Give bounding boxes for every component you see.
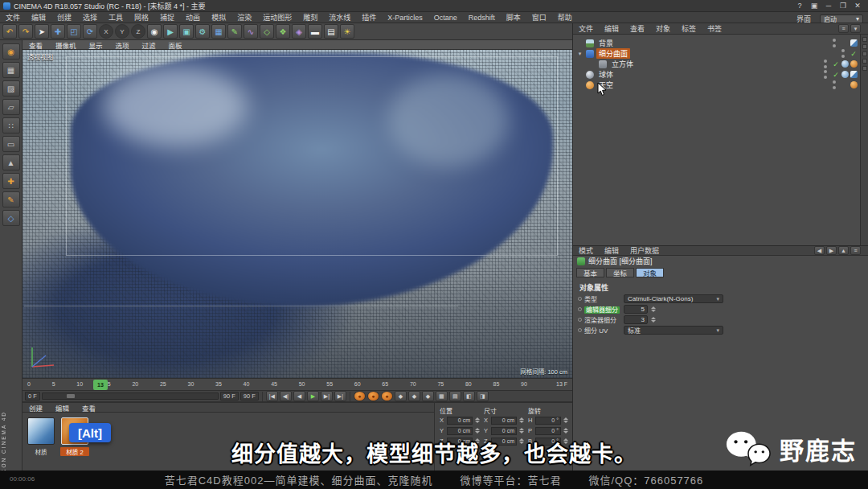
spline-button[interactable]: ∿ xyxy=(244,24,258,39)
keyframe-rotation-button[interactable]: ◆ xyxy=(422,391,434,401)
anim-dot-icon[interactable] xyxy=(578,297,582,301)
max-frame-field[interactable]: 90 F xyxy=(240,392,259,401)
attribute-dropdown[interactable]: Catmull-Clark(N-Gons)▾ xyxy=(624,294,723,303)
material-menu-item[interactable]: 查看 xyxy=(76,403,102,413)
mograph-button[interactable]: ❖ xyxy=(276,24,290,39)
slider-handle[interactable] xyxy=(67,394,75,398)
light-button[interactable]: ☀ xyxy=(340,24,354,39)
render-view-button[interactable]: ▶ xyxy=(163,24,178,39)
cube-object-button[interactable]: ▦ xyxy=(211,24,226,39)
viewport-menu-item[interactable]: 面板 xyxy=(162,40,189,50)
model-mode-icon[interactable]: ▦ xyxy=(2,62,20,78)
timeline-views-button[interactable]: ◨ xyxy=(477,391,489,401)
attribute-menu-item[interactable]: 编辑 xyxy=(599,245,624,257)
workplane-icon[interactable]: ▱ xyxy=(2,99,20,115)
rotate-tool-icon[interactable]: ⟳ xyxy=(83,24,97,39)
prev-key-button[interactable]: ◀| xyxy=(280,391,292,401)
goto-start-button[interactable]: |◀ xyxy=(266,391,278,401)
viewport-menu-item[interactable]: 摄像机 xyxy=(49,40,83,50)
layer-icon[interactable] xyxy=(862,59,867,64)
object-row[interactable]: 球体✓ xyxy=(573,69,868,80)
attribute-tab[interactable]: 对象 xyxy=(636,268,664,277)
current-frame-marker[interactable]: 13 xyxy=(93,380,108,390)
points-mode-icon[interactable]: ∷ xyxy=(2,117,20,134)
pen-tool-button[interactable]: ✎ xyxy=(227,24,242,39)
spinner[interactable] xyxy=(563,416,569,425)
menu-item[interactable]: 脚本 xyxy=(501,12,526,23)
move-tool-icon[interactable]: ✚ xyxy=(51,24,65,39)
subdivision-surface-button[interactable]: ◇ xyxy=(260,24,274,39)
visibility-toggle[interactable] xyxy=(824,70,828,79)
record-keyframe-button[interactable]: ● xyxy=(354,391,366,401)
keyframe-param-button[interactable]: ▦ xyxy=(436,391,448,401)
next-frame-button[interactable]: ▶| xyxy=(321,391,333,401)
render-settings-button[interactable]: ⚙ xyxy=(195,24,210,39)
attribute-number-field[interactable]: 3 xyxy=(624,315,648,324)
menu-item[interactable]: 模拟 xyxy=(206,12,231,23)
lock-z-button[interactable]: Z xyxy=(131,24,145,39)
record-options-button[interactable]: ● xyxy=(381,391,393,401)
scale-tool-icon[interactable]: ◰ xyxy=(67,24,81,39)
object-menu-item[interactable]: 文件 xyxy=(573,23,599,35)
spinner[interactable] xyxy=(518,426,525,435)
attribute-number-field[interactable]: 5 xyxy=(624,305,648,314)
menu-item[interactable]: 工具 xyxy=(103,12,129,23)
spinner[interactable] xyxy=(650,315,657,324)
texorange-tag-icon[interactable] xyxy=(850,81,858,88)
help-icon[interactable]: ? xyxy=(792,0,807,11)
spinner[interactable] xyxy=(650,305,657,314)
menu-item[interactable]: 流水线 xyxy=(323,12,356,23)
layer-icon[interactable] xyxy=(862,51,867,56)
timeline-ruler[interactable]: 051015202530354045505560657075808590 13 … xyxy=(23,378,572,391)
menu-item[interactable]: Octane xyxy=(428,12,463,23)
layer-icon[interactable] xyxy=(862,37,867,42)
object-menu-item[interactable]: 书签 xyxy=(702,23,727,35)
visibility-toggle[interactable] xyxy=(833,39,837,47)
layout-select[interactable]: 启动 ▾ xyxy=(820,14,863,23)
attribute-tab[interactable]: 基本 xyxy=(576,268,604,277)
texblue-tag-icon[interactable] xyxy=(850,39,858,47)
goto-end-button[interactable]: ▶| xyxy=(334,391,346,401)
lock-x-button[interactable]: X xyxy=(99,24,113,39)
object-row[interactable]: 立方体✓ xyxy=(573,59,868,69)
anim-dot-icon[interactable] xyxy=(578,318,582,322)
redo-icon[interactable]: ↷ xyxy=(18,24,33,39)
object-menu-item[interactable]: 对象 xyxy=(650,23,676,35)
visibility-toggle[interactable] xyxy=(833,80,837,89)
live-selection-icon[interactable]: ➤ xyxy=(35,24,49,39)
snap-icon[interactable]: ◇ xyxy=(2,210,20,226)
menu-item[interactable]: Redshift xyxy=(463,12,501,23)
render-region-button[interactable]: ▣ xyxy=(179,24,194,39)
prev-frame-button[interactable]: ◀ xyxy=(293,391,305,401)
object-menu-item[interactable]: 编辑 xyxy=(599,23,624,35)
menu-item[interactable]: 创建 xyxy=(51,12,77,23)
coord-value-field[interactable]: 0 cm xyxy=(447,427,473,435)
texorange-tag-icon[interactable] xyxy=(850,60,858,68)
menu-item[interactable]: 编辑 xyxy=(26,12,51,23)
object-row[interactable]: 天空 xyxy=(573,80,868,90)
deformer-button[interactable]: ◈ xyxy=(292,24,306,39)
camera-button[interactable]: ▤ xyxy=(324,24,338,39)
autokey-button[interactable]: ● xyxy=(367,391,379,401)
attribute-menu-item[interactable]: 用户数据 xyxy=(624,245,665,257)
object-menu-item[interactable]: 标签 xyxy=(676,23,702,35)
end-frame-field[interactable]: 90 F xyxy=(220,392,239,401)
menu-item[interactable]: 捕捉 xyxy=(154,12,180,23)
play-button[interactable]: ▶ xyxy=(307,391,319,401)
spinner[interactable] xyxy=(563,426,569,435)
coord-value-field[interactable]: 0 ° xyxy=(535,417,561,425)
menu-item[interactable]: 文件 xyxy=(0,12,26,23)
attribute-menu-item[interactable]: 模式 xyxy=(573,245,599,257)
menu-item[interactable]: 选择 xyxy=(77,12,103,23)
object-row[interactable]: ▾细分曲面✓ xyxy=(573,48,868,59)
coord-value-field[interactable]: 0 cm xyxy=(491,427,517,435)
close-button[interactable]: ✕ xyxy=(850,0,865,11)
viewport-menu-item[interactable]: 过滤 xyxy=(136,40,162,50)
menu-item[interactable]: 运动图形 xyxy=(257,12,297,23)
spinner[interactable] xyxy=(474,416,481,425)
timeline-options-button[interactable]: ◧ xyxy=(463,391,475,401)
enabled-check-icon[interactable]: ✓ xyxy=(832,60,840,68)
keyframe-position-button[interactable]: ◆ xyxy=(395,391,407,401)
object-name[interactable]: 球体 xyxy=(596,69,616,80)
menu-item[interactable]: X-Particles xyxy=(382,12,428,23)
